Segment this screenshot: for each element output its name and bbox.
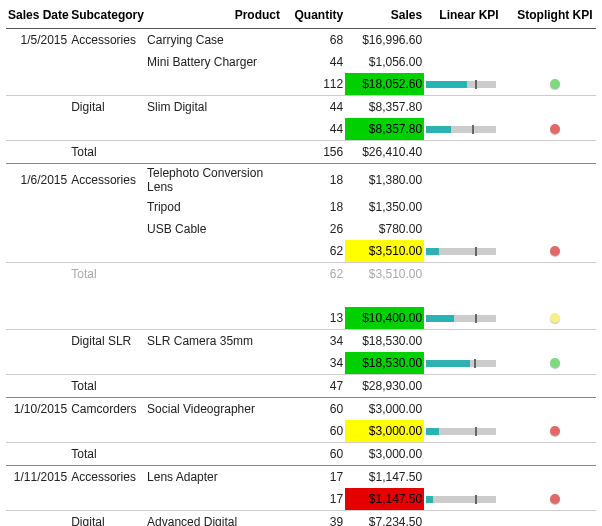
subtotal-row: 44$8,357.80: [6, 118, 596, 141]
stoplight-kpi: [514, 307, 596, 330]
header-row: Sales Date Subcategory Product Quantity …: [6, 4, 596, 29]
table-row: USB Cable26$780.00: [6, 218, 596, 240]
table-row: DigitalSlim Digital44$8,357.80: [6, 96, 596, 119]
col-quantity[interactable]: Quantity: [282, 4, 345, 29]
linear-kpi: [424, 240, 514, 263]
stoplight-kpi: [514, 73, 596, 96]
stoplight-kpi: [514, 240, 596, 263]
linear-kpi: [424, 73, 514, 96]
subtotal-row: 60$3,000.00: [6, 420, 596, 443]
stoplight-kpi: [514, 488, 596, 511]
stoplight-kpi: [514, 352, 596, 375]
subtotal-row: 112$18,052.60: [6, 73, 596, 96]
report: Sales Date Subcategory Product Quantity …: [0, 0, 602, 526]
report-table: Sales Date Subcategory Product Quantity …: [6, 4, 596, 526]
table-row: DigitalAdvanced Digital39$7,234.50: [6, 511, 596, 527]
linear-kpi: [424, 307, 514, 330]
table-row: Tripod18$1,350.00: [6, 196, 596, 218]
linear-kpi: [424, 118, 514, 141]
date-total-row: Total156$26,410.40: [6, 141, 596, 164]
subtotal-row: 34$18,530.00: [6, 352, 596, 375]
table-row: Mini Battery Charger44$1,056.00: [6, 51, 596, 73]
col-linear-kpi[interactable]: Linear KPI: [424, 4, 514, 29]
subtotal-row: 13$10,400.00: [6, 307, 596, 330]
blank-row: [6, 285, 596, 307]
stoplight-kpi: [514, 420, 596, 443]
col-stoplight-kpi[interactable]: Stoplight KPI: [514, 4, 596, 29]
col-sales-date[interactable]: Sales Date: [6, 4, 69, 29]
table-row: 1/11/2015AccessoriesLens Adapter17$1,147…: [6, 466, 596, 489]
col-sales[interactable]: Sales: [345, 4, 424, 29]
date-total-row: Total62$3,510.00: [6, 263, 596, 286]
col-subcategory[interactable]: Subcategory: [69, 4, 145, 29]
stoplight-kpi: [514, 118, 596, 141]
table-row: 1/6/2015AccessoriesTelephoto Conversion …: [6, 164, 596, 197]
linear-kpi: [424, 420, 514, 443]
date-total-row: Total47$28,930.00: [6, 375, 596, 398]
linear-kpi: [424, 352, 514, 375]
subtotal-row: 62$3,510.00: [6, 240, 596, 263]
table-row: 1/5/2015AccessoriesCarrying Case68$16,99…: [6, 29, 596, 52]
subtotal-row: 17$1,147.50: [6, 488, 596, 511]
table-row: Digital SLRSLR Camera 35mm34$18,530.00: [6, 330, 596, 353]
table-row: 1/10/2015CamcordersSocial Videographer60…: [6, 398, 596, 421]
linear-kpi: [424, 488, 514, 511]
date-total-row: Total60$3,000.00: [6, 443, 596, 466]
col-product[interactable]: Product: [145, 4, 282, 29]
